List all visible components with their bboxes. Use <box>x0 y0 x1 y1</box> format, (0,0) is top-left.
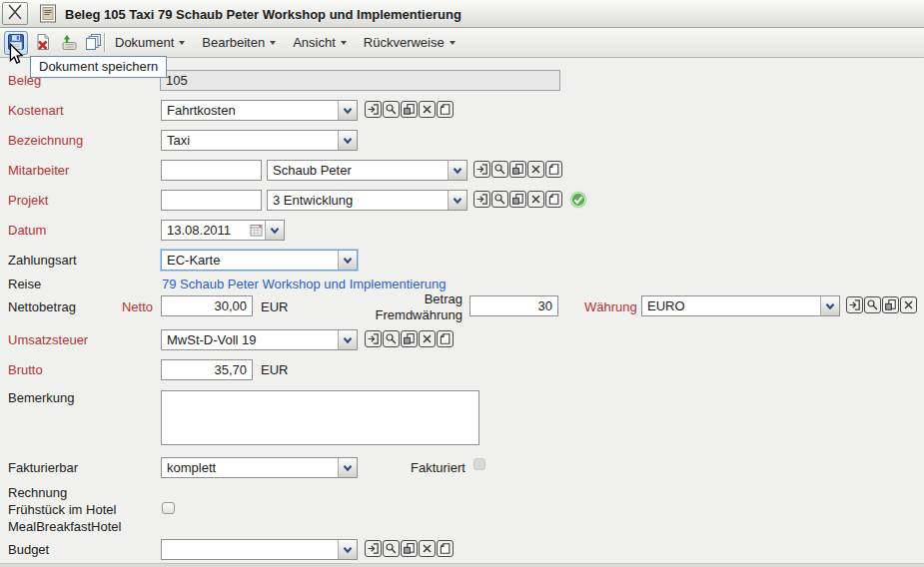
label-datum: Datum <box>8 223 46 238</box>
mitarbeiter-actions <box>473 161 562 178</box>
label-budget: Budget <box>8 542 49 557</box>
bemerkung-textarea[interactable] <box>161 390 479 445</box>
execute-button[interactable] <box>57 31 81 55</box>
copy-icon[interactable] <box>882 296 899 313</box>
new-icon[interactable] <box>545 161 562 178</box>
mouse-cursor <box>9 43 24 69</box>
budget-actions <box>365 540 454 557</box>
copy-button[interactable] <box>82 31 106 55</box>
delete-button[interactable] <box>31 31 55 55</box>
label-mitarbeiter: Mitarbeiter <box>8 163 69 178</box>
search-icon[interactable] <box>491 191 508 208</box>
copy-icon[interactable] <box>509 161 526 178</box>
search-icon[interactable] <box>491 161 508 178</box>
copy-icon <box>84 32 104 55</box>
bezeichnung-combobox[interactable]: Taxi <box>161 130 358 151</box>
label-reise: Reise <box>8 277 41 291</box>
fakturierbar-combobox[interactable]: komplett <box>161 457 358 478</box>
label-fakturiert: Fakturiert <box>411 460 465 475</box>
menu-ansicht[interactable]: Ansicht <box>293 35 347 50</box>
goto-icon[interactable] <box>365 540 382 557</box>
label-umsatzsteuer: Umsatzsteuer <box>8 332 88 347</box>
clear-icon[interactable] <box>419 330 436 347</box>
delete-icon <box>33 32 53 55</box>
umsatzsteuer-combobox[interactable]: MwSt-D-Voll 19 <box>161 329 358 350</box>
chevron-down-icon[interactable] <box>265 221 284 240</box>
umsatzsteuer-actions <box>365 330 454 347</box>
brutto-input[interactable]: 35,70 <box>161 359 253 380</box>
chevron-down-icon[interactable] <box>338 251 357 270</box>
mitarbeiter-code-input[interactable] <box>161 160 262 181</box>
label-kostenart: Kostenart <box>8 103 64 118</box>
goto-icon[interactable] <box>473 161 490 178</box>
search-icon[interactable] <box>383 540 400 557</box>
copy-icon[interactable] <box>509 191 526 208</box>
chevron-down-icon[interactable] <box>338 131 357 150</box>
label-mealbreakfasthotel: MealBreakfastHotel <box>8 519 121 534</box>
chevron-down-icon <box>450 41 456 45</box>
copy-icon[interactable] <box>401 330 418 347</box>
menu-dokument[interactable]: Dokument <box>115 35 185 50</box>
fruehstueck-checkbox[interactable] <box>162 502 175 514</box>
beleg-window: Beleg 105 Taxi 79 Schaub Peter Workshop … <box>0 0 924 567</box>
new-icon[interactable] <box>437 101 454 118</box>
valid-check-icon <box>569 191 587 209</box>
chevron-down-icon[interactable] <box>338 101 357 120</box>
label-nettobetrag: Nettobetrag <box>8 299 76 314</box>
chevron-down-icon[interactable] <box>448 161 466 180</box>
clear-icon[interactable] <box>527 191 544 208</box>
projekt-code-input[interactable] <box>161 190 262 211</box>
calendar-icon[interactable] <box>247 221 265 240</box>
new-icon[interactable] <box>437 330 454 347</box>
datum-field[interactable]: 13.08.2011 <box>161 220 285 241</box>
chevron-down-icon[interactable] <box>338 458 357 477</box>
reise-link[interactable]: 79 Schaub Peter Workshop und Implementie… <box>162 277 446 291</box>
label-brutto: Brutto <box>8 362 43 377</box>
clear-icon[interactable] <box>900 296 917 313</box>
new-icon[interactable] <box>545 191 562 208</box>
clear-icon[interactable] <box>527 161 544 178</box>
new-icon[interactable] <box>437 540 454 557</box>
chevron-down-icon[interactable] <box>820 296 839 315</box>
chevron-down-icon[interactable] <box>338 540 357 559</box>
label-zahlungsart: Zahlungsart <box>8 253 77 268</box>
mitarbeiter-combobox[interactable]: Schaub Peter <box>267 160 467 181</box>
menu-bar: Dokument Bearbeiten Ansicht Rückverweise <box>115 28 456 57</box>
search-icon[interactable] <box>383 101 400 118</box>
clear-icon[interactable] <box>419 101 436 118</box>
budget-combobox[interactable] <box>161 539 358 560</box>
goto-icon[interactable] <box>473 191 490 208</box>
netto-input[interactable]: 30,00 <box>161 295 253 316</box>
brutto-unit: EUR <box>261 362 288 377</box>
goto-icon[interactable] <box>365 330 382 347</box>
copy-icon[interactable] <box>401 101 418 118</box>
tooltip-save: Dokument speichern <box>30 56 167 78</box>
chevron-down-icon[interactable] <box>448 191 466 210</box>
projekt-actions <box>473 191 562 208</box>
label-rechnung: Rechnung <box>8 485 67 500</box>
goto-icon[interactable] <box>846 296 863 313</box>
waehrung-combobox[interactable]: EURO <box>641 295 840 316</box>
zahlungsart-combobox[interactable]: EC-Karte <box>161 250 358 271</box>
goto-icon[interactable] <box>365 101 382 118</box>
search-icon[interactable] <box>864 296 881 313</box>
chevron-down-icon <box>341 41 347 45</box>
chevron-down-icon <box>270 41 276 45</box>
chevron-down-icon[interactable] <box>338 330 357 349</box>
projekt-combobox[interactable]: 3 Entwicklung <box>267 190 467 211</box>
clear-icon[interactable] <box>419 540 436 557</box>
label-bemerkung: Bemerkung <box>8 390 74 405</box>
search-icon[interactable] <box>383 330 400 347</box>
label-projekt: Projekt <box>8 193 48 208</box>
waehrung-actions <box>846 296 917 313</box>
close-icon <box>5 3 25 24</box>
label-fruehstueck: Frühstück im Hotel <box>8 502 116 517</box>
label-fakturierbar: Fakturierbar <box>8 460 78 475</box>
fremdwaehrung-input[interactable]: 30 <box>469 295 558 316</box>
window-title: Beleg 105 Taxi 79 Schaub Peter Workshop … <box>65 7 462 22</box>
copy-icon[interactable] <box>401 540 418 557</box>
menu-bearbeiten[interactable]: Bearbeiten <box>202 35 276 50</box>
menu-rueckverweise[interactable]: Rückverweise <box>364 35 456 50</box>
close-tab-button[interactable] <box>2 2 28 25</box>
kostenart-combobox[interactable]: Fahrtkosten <box>161 100 358 121</box>
